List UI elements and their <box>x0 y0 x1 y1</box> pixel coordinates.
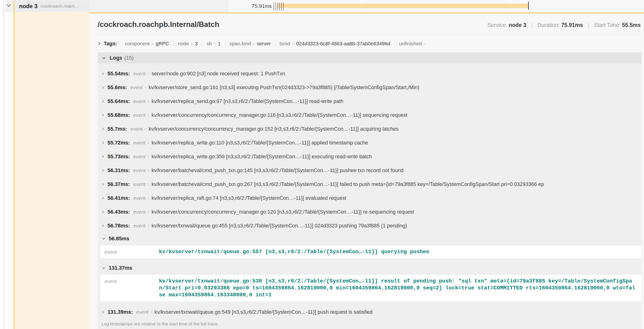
log-message: kv/kvserver/store_send.go:161 [n3,s3] ex… <box>148 85 642 90</box>
span-operation-title: /cockroach.roachpb.Internal/Batch <box>98 20 219 29</box>
span-service-name: node 3 <box>19 3 38 10</box>
log-field: event <box>133 98 146 104</box>
equals-sign: = <box>144 85 147 90</box>
collapse-chevron-icon <box>102 266 106 270</box>
span-operation-name: /cockroach.roach… <box>40 4 79 9</box>
log-timestamp: 131.39ms: <box>108 309 133 315</box>
tag-list: component=gRPC node=3 sb=1 span.kind=ser… <box>120 40 432 48</box>
log-row[interactable]: 55.68ms: event = kv/kvserver/concurrency… <box>98 108 642 122</box>
expand-chevron-icon <box>102 224 104 228</box>
tags-label: Tags: <box>104 40 117 47</box>
tag-item: txnid=024d3323-6c8f-4863-aa8b-37ab0e6349… <box>275 40 395 48</box>
span-tick <box>276 2 276 10</box>
log-row-expanded[interactable]: 56.85ms <box>98 233 642 244</box>
tag-item: span.kind=server <box>225 40 275 48</box>
expand-chevron-icon <box>102 141 104 145</box>
span-tick <box>274 2 274 10</box>
tag-item: unfinished= <box>395 40 432 48</box>
collapse-chevron-icon <box>102 56 106 60</box>
duration-value: 75.91ms <box>561 22 583 28</box>
log-row[interactable]: 55.6ms: event = kv/kvserver/store_send.g… <box>98 80 642 94</box>
span-name-tab[interactable]: node 3 /cockroach.roach… <box>13 1 89 12</box>
span-meta: Service: node 3 | Duration: 75.91ms | St… <box>488 22 641 28</box>
tag-item: node=3 <box>174 40 202 48</box>
start-time-value: 55.5ms <box>622 22 641 28</box>
equals-sign: = <box>147 182 150 187</box>
left-gutter-top <box>0 0 5 12</box>
trace-detail-page: node 3 /cockroach.roach… 75.91ms /cockro… <box>0 0 644 329</box>
equals-sign: = <box>292 41 294 46</box>
log-field: event <box>130 126 142 132</box>
log-row[interactable]: 56.43ms: event = kv/kvserver/concurrency… <box>98 205 642 219</box>
log-timestamp: 131.37ms <box>109 265 132 271</box>
log-message: kv/kvserver/replica_write.go:359 [n3,s3,… <box>152 154 642 160</box>
log-timestamp: 55.72ms: <box>108 140 130 146</box>
logs-count: (15) <box>124 55 134 61</box>
log-row[interactable]: 56.31ms: event = kv/kvserver/batcheval/c… <box>98 164 642 177</box>
log-message: kv/kvserver/replica_write.go:110 [n3,s3,… <box>152 140 642 146</box>
log-timestamp: 56.78ms: <box>108 223 130 229</box>
log-field: event <box>105 278 159 298</box>
log-timestamp: 55.7ms: <box>108 126 127 132</box>
log-row[interactable]: 55.64ms: event = kv/kvserver/replica_sen… <box>98 94 642 108</box>
tag-value: gRPC <box>156 41 169 46</box>
tag-key: txnid <box>280 41 290 46</box>
header-divider <box>98 34 642 34</box>
log-message: kv/kvserver/concurrency/concurrency_mana… <box>152 112 642 118</box>
equals-sign: = <box>147 223 150 228</box>
collapse-span-chevron-icon[interactable] <box>6 4 12 8</box>
tag-value: 1 <box>218 41 221 46</box>
log-row[interactable]: 56.78ms: event = kv/kvserver/txnwait/que… <box>98 219 642 233</box>
log-message: kv/kvserver/concurrency/concurrency_mana… <box>152 209 642 215</box>
tags-toggle[interactable]: Tags: <box>98 40 117 47</box>
log-timestamp: 56.43ms: <box>108 209 130 215</box>
log-row-expanded[interactable]: 131.37ms <box>98 262 642 274</box>
expand-chevron-icon <box>102 310 104 314</box>
equals-sign: = <box>147 71 150 76</box>
equals-sign: = <box>253 41 255 46</box>
log-field: event <box>105 248 159 255</box>
equals-sign: = <box>147 168 150 173</box>
log-field: event <box>133 195 146 201</box>
log-timestamp: 56.37ms: <box>108 181 130 188</box>
log-row[interactable]: 131.39ms: event = kv/kvserver/txnwait/qu… <box>98 305 642 319</box>
log-timestamp: 55.54ms: <box>108 70 130 77</box>
log-row[interactable]: 56.41ms: event = kv/kvserver/replica_raf… <box>98 191 642 205</box>
equals-sign: = <box>147 112 150 118</box>
log-message: kv/kvserver/concurrency/concurrency_mana… <box>148 126 642 132</box>
tag-key: node <box>178 41 189 46</box>
span-duration-bar[interactable] <box>277 4 529 8</box>
tag-key: unfinished <box>399 41 422 46</box>
expand-chevron-icon <box>102 127 104 131</box>
equals-sign: = <box>147 140 150 146</box>
expand-chevron-icon <box>98 41 101 46</box>
span-tick <box>279 2 280 10</box>
log-message: kv/kvserver/batcheval/cmd_push_txn.go:14… <box>152 168 642 174</box>
tag-value: 3 <box>195 41 198 46</box>
log-row[interactable]: 55.72ms: event = kv/kvserver/replica_wri… <box>98 136 642 150</box>
equals-sign: = <box>144 126 147 132</box>
span-bar-row: node 3 /cockroach.roach… 75.91ms <box>0 0 644 12</box>
logs-header[interactable]: Logs (15) <box>98 52 642 64</box>
tag-value: server <box>257 41 271 46</box>
log-field: event <box>136 309 148 315</box>
log-row[interactable]: 56.37ms: event = kv/kvserver/batcheval/c… <box>98 177 642 191</box>
log-row[interactable]: 55.54ms: event = server/node.go:902 [n3]… <box>98 67 642 80</box>
expand-chevron-icon <box>102 210 104 214</box>
start-time-label: Start Time: <box>594 22 620 28</box>
tags-row: Tags: component=gRPC node=3 sb=1 span.ki… <box>98 38 642 49</box>
equals-sign: = <box>151 41 154 46</box>
log-value: kv/kvserver/txnwait/queue.go:557 [n3,s3,… <box>159 248 637 255</box>
log-message: kv/kvserver/replica_raft.go:74 [n3,s3,r6… <box>152 195 642 201</box>
log-row[interactable]: 55.7ms: event = kv/kvserver/concurrency/… <box>98 122 642 136</box>
log-field: event <box>133 140 146 146</box>
service-label: Service: <box>488 22 507 28</box>
equals-sign: = <box>147 99 150 104</box>
logs-footer-note: Log timestamps are relative to the start… <box>98 319 642 329</box>
log-field: event <box>133 182 146 187</box>
equals-sign: = <box>191 41 193 46</box>
log-row[interactable]: 55.73ms: event = kv/kvserver/replica_wri… <box>98 150 642 164</box>
log-message: kv/kvserver/batcheval/cmd_push_txn.go:26… <box>152 182 642 188</box>
equals-sign: = <box>214 41 216 46</box>
span-tick <box>281 2 282 10</box>
